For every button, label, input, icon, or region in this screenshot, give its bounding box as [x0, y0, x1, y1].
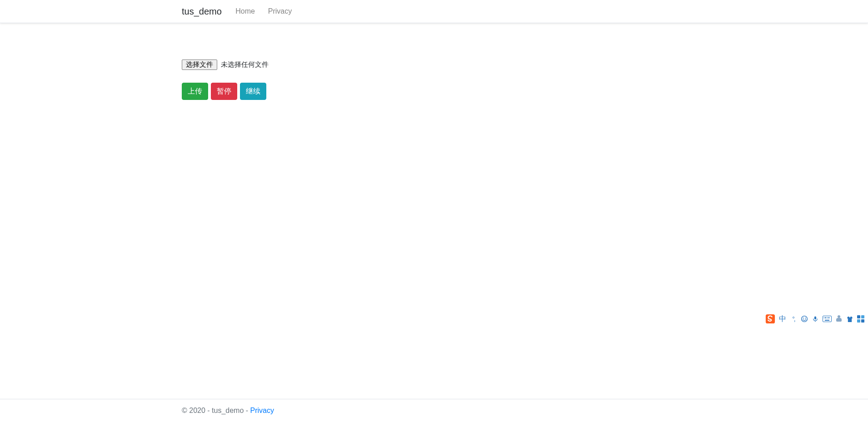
file-input-row: 选择文件 未选择任何文件 [182, 60, 686, 70]
file-status-text: 未选择任何文件 [221, 60, 269, 68]
ime-skin-icon[interactable] [846, 315, 853, 323]
ime-microphone-icon[interactable] [812, 315, 819, 323]
main-content: 选择文件 未选择任何文件 上传 暂停 继续 [0, 23, 868, 399]
ime-keyboard-icon[interactable] [823, 315, 832, 323]
svg-point-3 [805, 318, 806, 318]
ime-punctuation-icon[interactable]: °, [790, 315, 797, 323]
action-button-row: 上传 暂停 继续 [182, 83, 686, 100]
footer-copyright: © 2020 - tus_demo - [182, 407, 250, 414]
sogou-logo-icon[interactable] [765, 314, 775, 324]
choose-file-button[interactable]: 选择文件 [182, 60, 217, 70]
footer: © 2020 - tus_demo - Privacy [0, 399, 868, 422]
ime-account-icon[interactable] [835, 315, 843, 323]
ime-emoji-icon[interactable] [801, 315, 808, 323]
svg-point-1 [802, 316, 808, 322]
svg-point-2 [803, 318, 804, 318]
footer-privacy-link[interactable]: Privacy [250, 407, 274, 414]
nav-list: Home Privacy [229, 4, 299, 19]
pause-button[interactable]: 暂停 [211, 83, 237, 100]
resume-button[interactable]: 继续 [240, 83, 266, 100]
nav-privacy[interactable]: Privacy [261, 4, 298, 19]
navbar: tus_demo Home Privacy [0, 0, 868, 23]
nav-home[interactable]: Home [229, 4, 261, 19]
ime-toolbar: 中 °, [765, 314, 864, 324]
ime-toolbox-icon[interactable] [857, 315, 864, 323]
brand-link[interactable]: tus_demo [182, 4, 222, 19]
svg-rect-4 [814, 316, 816, 319]
upload-button[interactable]: 上传 [182, 83, 208, 100]
ime-language-indicator[interactable]: 中 [779, 315, 786, 323]
